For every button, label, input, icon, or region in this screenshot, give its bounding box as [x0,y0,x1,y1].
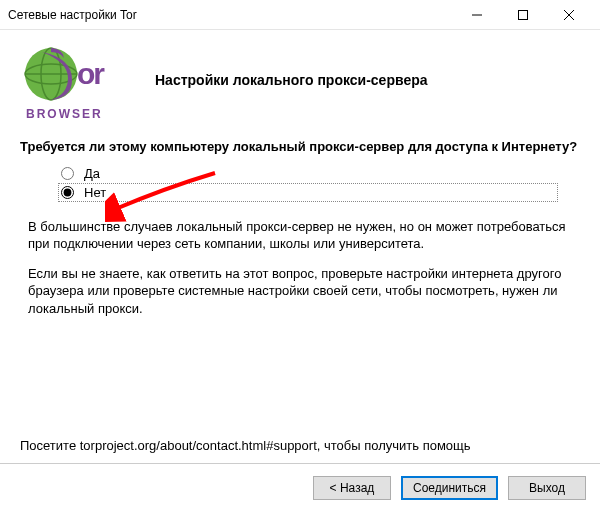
radio-option-no[interactable]: Нет [58,183,558,202]
maximize-button[interactable] [500,0,546,29]
content-area: or BROWSER Настройки локального прокси-с… [0,30,600,463]
minimize-button[interactable] [454,0,500,29]
radio-group: Да Нет [58,164,580,202]
back-button[interactable]: < Назад [313,476,391,500]
connect-button[interactable]: Соединиться [401,476,498,500]
svg-text:or: or [77,57,105,90]
svg-text:BROWSER: BROWSER [26,107,103,120]
page-heading: Настройки локального прокси-сервера [155,72,428,88]
explanation-para-1: В большинстве случаев локальный прокси-с… [28,218,572,253]
radio-yes-label: Да [84,166,100,181]
window-controls [454,0,592,29]
window-title: Сетевые настройки Tor [8,8,454,22]
tor-browser-logo: or BROWSER [20,40,115,120]
button-bar: < Назад Соединиться Выход [0,463,600,511]
svg-rect-1 [519,10,528,19]
exit-button[interactable]: Выход [508,476,586,500]
support-footer-note: Посетите torproject.org/about/contact.ht… [20,438,580,453]
explanation-para-2: Если вы не знаете, как ответить на этот … [28,265,572,318]
radio-no-label: Нет [84,185,106,200]
radio-option-yes[interactable]: Да [58,164,580,183]
radio-no-input[interactable] [61,186,74,199]
titlebar: Сетевые настройки Tor [0,0,600,30]
radio-yes-input[interactable] [61,167,74,180]
header-row: or BROWSER Настройки локального прокси-с… [20,40,580,120]
proxy-question: Требуется ли этому компьютеру локальный … [20,138,580,156]
close-button[interactable] [546,0,592,29]
